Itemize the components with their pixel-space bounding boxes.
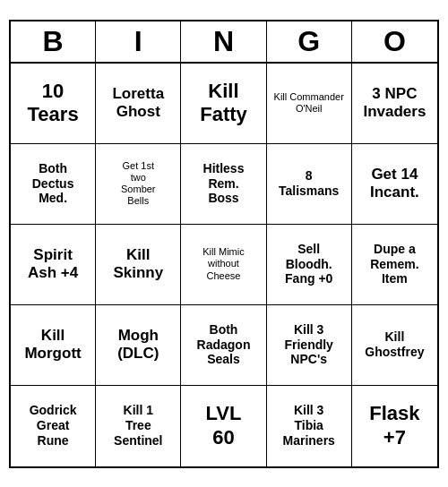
header-letter-I: I — [96, 21, 181, 62]
bingo-grid: 10 TearsLoretta GhostKill FattyKill Comm… — [11, 64, 437, 466]
cell-text-23: Kill 3 Tibia Mariners — [283, 403, 335, 448]
cell-text-22: LVL 60 — [206, 402, 242, 449]
header-letter-B: B — [11, 21, 96, 62]
bingo-cell-17[interactable]: Both Radagon Seals — [181, 305, 266, 386]
bingo-cell-4[interactable]: 3 NPC Invaders — [352, 64, 437, 144]
cell-text-12: Kill Mimic without Cheese — [202, 246, 244, 282]
bingo-card: BINGO 10 TearsLoretta GhostKill FattyKil… — [9, 20, 439, 468]
bingo-cell-8[interactable]: 8 Talismans — [267, 144, 352, 225]
cell-text-20: Godrick Great Rune — [30, 403, 77, 448]
header-letter-N: N — [181, 21, 266, 62]
cell-text-15: Kill Morgott — [24, 327, 81, 363]
cell-text-2: Kill Fatty — [200, 80, 247, 127]
bingo-cell-22[interactable]: LVL 60 — [181, 386, 266, 466]
cell-text-16: Mogh (DLC) — [117, 327, 159, 363]
header-letter-G: G — [267, 21, 352, 62]
header-letter-O: O — [352, 21, 437, 62]
bingo-cell-13[interactable]: Sell Bloodh. Fang +0 — [267, 225, 352, 305]
bingo-cell-14[interactable]: Dupe a Remem. Item — [352, 225, 437, 305]
cell-text-0: 10 Tears — [28, 80, 79, 127]
cell-text-8: 8 Talismans — [279, 168, 339, 199]
cell-text-17: Both Radagon Seals — [197, 322, 251, 367]
bingo-cell-11[interactable]: Kill Skinny — [96, 225, 181, 305]
bingo-cell-19[interactable]: Kill Ghostfrey — [352, 305, 437, 386]
cell-text-9: Get 14 Incant. — [370, 166, 419, 202]
cell-text-11: Kill Skinny — [113, 246, 163, 283]
cell-text-21: Kill 1 Tree Sentinel — [114, 403, 162, 448]
bingo-cell-16[interactable]: Mogh (DLC) — [96, 305, 181, 386]
cell-text-5: Both Dectus Med. — [32, 161, 74, 206]
cell-text-1: Loretta Ghost — [112, 85, 164, 122]
bingo-cell-0[interactable]: 10 Tears — [11, 64, 96, 144]
bingo-cell-20[interactable]: Godrick Great Rune — [11, 386, 96, 466]
bingo-cell-18[interactable]: Kill 3 Friendly NPC's — [267, 305, 352, 386]
bingo-header: BINGO — [11, 21, 437, 64]
cell-text-13: Sell Bloodh. Fang +0 — [285, 242, 332, 286]
cell-text-24: Flask +7 — [369, 402, 419, 449]
cell-text-19: Kill Ghostfrey — [365, 329, 424, 360]
bingo-cell-24[interactable]: Flask +7 — [352, 386, 437, 466]
bingo-cell-12[interactable]: Kill Mimic without Cheese — [181, 225, 266, 305]
bingo-cell-9[interactable]: Get 14 Incant. — [352, 144, 437, 225]
cell-text-7: Hitless Rem. Boss — [203, 161, 245, 206]
bingo-cell-21[interactable]: Kill 1 Tree Sentinel — [96, 386, 181, 466]
cell-text-14: Dupe a Remem. Item — [370, 242, 418, 286]
cell-text-4: 3 NPC Invaders — [363, 85, 426, 122]
bingo-cell-2[interactable]: Kill Fatty — [181, 64, 266, 144]
bingo-cell-7[interactable]: Hitless Rem. Boss — [181, 144, 266, 225]
bingo-cell-3[interactable]: Kill Commander O'Neil — [267, 64, 352, 144]
cell-text-18: Kill 3 Friendly NPC's — [284, 322, 332, 367]
bingo-cell-6[interactable]: Get 1st two Somber Bells — [96, 144, 181, 225]
cell-text-10: Spirit Ash +4 — [28, 246, 78, 283]
bingo-cell-15[interactable]: Kill Morgott — [11, 305, 96, 386]
cell-text-6: Get 1st two Somber Bells — [121, 160, 156, 208]
cell-text-3: Kill Commander O'Neil — [271, 91, 348, 115]
bingo-cell-23[interactable]: Kill 3 Tibia Mariners — [267, 386, 352, 466]
bingo-cell-1[interactable]: Loretta Ghost — [96, 64, 181, 144]
bingo-cell-5[interactable]: Both Dectus Med. — [11, 144, 96, 225]
bingo-cell-10[interactable]: Spirit Ash +4 — [11, 225, 96, 305]
